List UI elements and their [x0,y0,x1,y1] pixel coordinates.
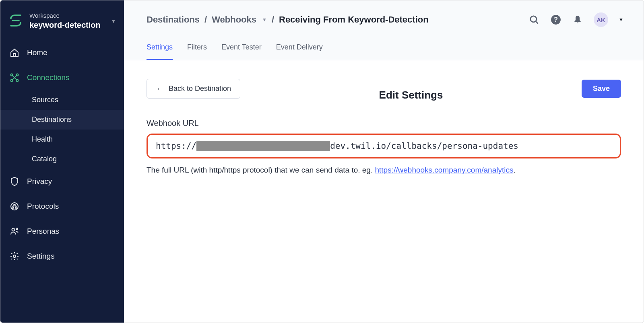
redacted-segment [196,141,330,151]
svg-point-3 [17,74,19,76]
main-content: Destinations / Webhooks ▼ / Receiving Fr… [124,0,644,323]
protocols-icon [9,201,20,212]
svg-line-14 [536,21,538,23]
breadcrumb-current: Receiving From Keyword-Detection [279,14,429,25]
workspace-name: keyword-detection [29,20,102,31]
svg-point-4 [11,80,13,82]
sidebar-sub-catalog[interactable]: Catalog [0,149,124,169]
gear-icon [9,251,20,261]
page-title: Edit Settings [379,89,443,101]
sidebar-item-label: Protocols [27,202,59,211]
sidebar: Workspace keyword-detection ▼ Home [0,0,124,323]
shield-icon [9,176,20,187]
save-button[interactable]: Save [582,80,621,98]
sidebar-item-home[interactable]: Home [0,40,124,65]
field-helper: The full URL (with http/https protocol) … [147,166,621,175]
breadcrumb-sep: / [272,14,274,25]
help-icon[interactable]: ? [550,14,561,25]
sidebar-sub-destinations[interactable]: Destinations [0,110,124,130]
caret-down-icon: ▼ [111,19,116,24]
settings-panel: ← Back to Destination Edit Settings Save… [124,60,644,323]
svg-point-5 [17,80,19,82]
back-button[interactable]: ← Back to Destination [147,79,240,99]
connections-icon [9,72,20,83]
webhook-url-input[interactable]: https://dev.twil.io/callbacks/persona-up… [147,134,621,158]
svg-point-12 [13,255,16,257]
arrow-left-icon: ← [156,84,164,93]
svg-rect-1 [13,53,16,56]
tabs: Settings Filters Event Tester Event Deli… [147,43,623,60]
workspace-label: Workspace [29,12,102,20]
caret-down-icon[interactable]: ▼ [262,17,267,23]
sidebar-item-label: Personas [27,227,59,236]
caret-down-icon[interactable]: ▼ [619,17,623,23]
tab-event-delivery[interactable]: Event Delivery [276,43,323,60]
sidebar-item-connections[interactable]: Connections [0,65,124,90]
sidebar-item-personas[interactable]: Personas [0,219,124,244]
svg-point-7 [14,204,15,206]
bell-icon[interactable] [572,14,583,25]
sidebar-item-label: Settings [27,252,55,261]
sidebar-item-label: Connections [27,73,70,82]
home-icon [9,47,20,58]
search-icon[interactable] [528,14,540,25]
sidebar-item-label: Privacy [27,177,52,186]
tab-filters[interactable]: Filters [187,43,207,60]
breadcrumb-sep: / [204,14,207,25]
back-button-label: Back to Destination [169,84,231,93]
url-prefix: https:// [156,141,196,151]
tab-settings[interactable]: Settings [147,43,173,60]
sidebar-item-protocols[interactable]: Protocols [0,194,124,219]
breadcrumb-root[interactable]: Destinations [147,14,200,25]
tab-event-tester[interactable]: Event Tester [221,43,262,60]
sidebar-item-settings[interactable]: Settings [0,244,124,269]
svg-point-8 [12,207,14,208]
svg-text:?: ? [554,16,558,23]
sidebar-item-label: Home [27,48,47,57]
svg-point-11 [16,228,18,230]
svg-point-13 [530,16,537,22]
breadcrumb-mid[interactable]: Webhooks [212,14,256,25]
field-label: Webhook URL [147,119,621,128]
webhook-url-field: Webhook URL https://dev.twil.io/callback… [147,119,621,175]
workspace-switcher[interactable]: Workspace keyword-detection ▼ [0,8,124,40]
helper-example-link[interactable]: https://webhooks.company.com/analytics [375,166,514,174]
url-suffix: dev.twil.io/callbacks/persona-updates [330,141,518,151]
user-avatar[interactable]: AK [594,12,608,27]
breadcrumb: Destinations / Webhooks ▼ / Receiving Fr… [147,14,429,25]
sidebar-sub-sources[interactable]: Sources [0,90,124,110]
personas-icon [9,226,20,237]
svg-point-2 [11,74,13,76]
sidebar-sub-health[interactable]: Health [0,130,124,149]
topbar: Destinations / Webhooks ▼ / Receiving Fr… [124,0,644,60]
sidebar-item-privacy[interactable]: Privacy [0,169,124,194]
svg-point-9 [15,207,17,208]
svg-point-10 [12,228,15,231]
brand-logo-icon [8,13,23,29]
